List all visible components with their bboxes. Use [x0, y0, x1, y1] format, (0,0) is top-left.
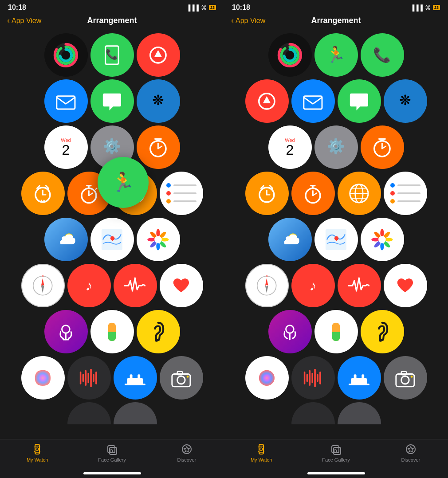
music-icon[interactable]: ♪: [67, 264, 111, 307]
maps-icon[interactable]: [90, 218, 134, 261]
heart-icon[interactable]: [160, 264, 203, 307]
compass-icon-r[interactable]: N: [245, 264, 289, 307]
music-icon-r[interactable]: ♪: [291, 264, 335, 307]
remote-icon[interactable]: [137, 33, 180, 77]
tab-face-gallery-left[interactable]: Face Gallery: [75, 443, 149, 462]
status-bar-right: 10:18 ▐▐▐ ⌘ 23: [224, 0, 448, 13]
phone-icon-r[interactable]: 📞: [361, 33, 404, 77]
svg-rect-69: [130, 374, 133, 379]
svg-rect-144: [312, 372, 314, 383]
compass-icon[interactable]: N: [21, 264, 65, 307]
svg-rect-164: [334, 447, 341, 454]
tab-discover-left[interactable]: Discover: [149, 443, 224, 462]
tab-face-gallery-right[interactable]: Face Gallery: [299, 443, 373, 462]
tab-indicator-right: [307, 472, 365, 474]
alarm-icon-r[interactable]: [245, 172, 289, 215]
svg-point-153: [401, 376, 409, 384]
svg-rect-83: [110, 447, 117, 454]
remote-icon-r[interactable]: [245, 79, 289, 123]
maps-icon-r[interactable]: [314, 218, 358, 261]
svg-rect-61: [83, 374, 84, 382]
hearing-icon-r[interactable]: [361, 310, 404, 353]
svg-text:N: N: [42, 275, 43, 278]
workout-icon-r[interactable]: 🏃: [314, 33, 358, 77]
svg-rect-70: [138, 374, 140, 379]
battery-badge-right: 23: [433, 5, 440, 10]
heartrate-icon-r[interactable]: [338, 264, 381, 307]
sleep-icon-r[interactable]: [338, 356, 381, 400]
svg-text:♪: ♪: [309, 278, 316, 294]
sleep-icon[interactable]: [114, 356, 157, 400]
activity-icon[interactable]: [44, 33, 88, 77]
messages-icon[interactable]: [90, 79, 134, 123]
breathe-icon[interactable]: ❋: [137, 79, 180, 123]
partial-icon-1-r[interactable]: [291, 402, 335, 424]
partial-icon-2[interactable]: [114, 402, 157, 424]
status-bar-left: 10:18 ▐▐▐ ⌘ 23: [0, 0, 224, 13]
partial-icon-1[interactable]: [67, 402, 111, 424]
camera-icon-r[interactable]: [384, 356, 427, 400]
calendar-icon[interactable]: Wed 2: [44, 125, 88, 169]
row-1-right: 🏃 📞: [268, 33, 404, 77]
weather-icon[interactable]: [44, 218, 88, 261]
photos-icon-r[interactable]: [361, 218, 404, 261]
workout-icon-dragging[interactable]: 🏃: [98, 157, 149, 208]
noise-icon-r[interactable]: [291, 356, 335, 400]
calendar-icon-r[interactable]: Wed 2: [268, 125, 312, 169]
back-button-left[interactable]: ‹ App View: [7, 16, 41, 25]
podcasts-icon-r[interactable]: [268, 310, 312, 353]
mail-icon-r[interactable]: [291, 79, 335, 123]
heartrate-icon[interactable]: [114, 264, 157, 307]
timer-icon[interactable]: [137, 125, 180, 169]
back-button-right[interactable]: ‹ App View: [231, 16, 265, 25]
tab-my-watch-right[interactable]: My Watch: [224, 443, 299, 462]
partial-icon-2-r[interactable]: [338, 402, 381, 424]
row-4-right: [245, 172, 427, 215]
svg-rect-149: [349, 384, 369, 385]
messages-icon-r[interactable]: [338, 79, 381, 123]
tab-my-watch-left[interactable]: My Watch: [0, 443, 75, 462]
reminders-icon-r[interactable]: [384, 172, 427, 215]
svg-text:⚙️: ⚙️: [103, 138, 121, 155]
world-clock-icon-r[interactable]: [338, 172, 381, 215]
svg-line-29: [95, 188, 97, 189]
mail-icon[interactable]: [44, 79, 88, 123]
siri-icon[interactable]: [21, 356, 65, 400]
medications-icon-r[interactable]: [314, 310, 358, 353]
svg-rect-146: [317, 374, 318, 382]
tab-discover-right[interactable]: Discover: [373, 443, 448, 462]
phone-icon[interactable]: 📞: [90, 33, 134, 77]
camera-icon[interactable]: [160, 356, 203, 400]
status-time-left: 10:18: [8, 4, 26, 12]
alarm-icon[interactable]: [21, 172, 65, 215]
hearing-icon[interactable]: [137, 310, 180, 353]
svg-rect-147: [319, 371, 321, 384]
svg-marker-167: [408, 447, 413, 452]
back-label-left: App View: [12, 17, 41, 25]
tab-discover-label-right: Discover: [401, 457, 420, 462]
podcasts-icon[interactable]: [44, 310, 88, 353]
weather-icon-r[interactable]: [268, 218, 312, 261]
row-2-right: ❋: [245, 79, 427, 123]
settings-icon-r[interactable]: ⚙️: [314, 125, 358, 169]
reminders-icon[interactable]: [160, 172, 203, 215]
breathe-icon-r[interactable]: ❋: [384, 79, 427, 123]
photos-icon[interactable]: [137, 218, 180, 261]
svg-rect-60: [80, 371, 82, 384]
svg-point-74: [187, 376, 189, 378]
timer-icon-r[interactable]: [361, 125, 404, 169]
noise-icon[interactable]: [67, 356, 111, 400]
nav-title-left: Arrangement: [87, 16, 137, 25]
svg-point-55: [62, 325, 70, 333]
svg-marker-133: [265, 278, 268, 286]
heart-icon-r[interactable]: [384, 264, 427, 307]
grid-right: 🏃 📞: [228, 33, 444, 424]
siri-icon-r[interactable]: [245, 356, 289, 400]
stopwatch-icon-r[interactable]: [291, 172, 335, 215]
row-7-left: [44, 310, 180, 353]
medications-icon[interactable]: [90, 310, 134, 353]
svg-rect-63: [88, 372, 90, 383]
tab-face-gallery-label-right: Face Gallery: [322, 457, 350, 462]
svg-text:♪: ♪: [85, 278, 92, 294]
activity-icon-r[interactable]: [268, 33, 312, 77]
